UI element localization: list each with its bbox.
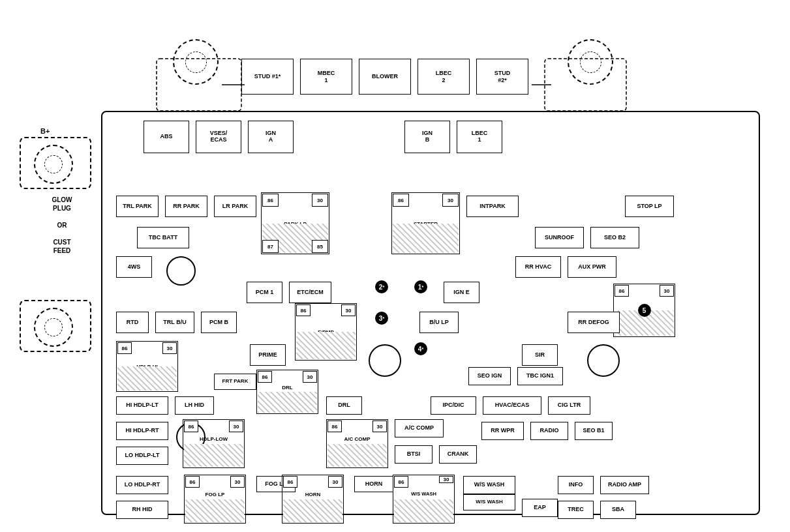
- ws-wash-relay: 86 30 W/S WASH 87 85: [393, 475, 455, 524]
- vses-fuse: VSES/ECAS: [196, 121, 241, 153]
- top-right-connector: [568, 39, 613, 85]
- horn-relay: 86 30 HORN 87 85: [282, 475, 344, 524]
- rh-hid-fuse: RH HID: [116, 501, 168, 519]
- fog-lp-relay: 86 30 FOG LP 87 85: [184, 475, 246, 524]
- ign-e-fuse: IGN E: [444, 282, 479, 303]
- pcm1-fuse: PCM 1: [247, 282, 282, 303]
- hi-hdlp-lt-fuse: HI HDLP-LT: [116, 396, 168, 415]
- ac-comp-relay: 86 30 A/C COMP 87 85: [326, 419, 388, 468]
- radio-amp-fuse: RADIO AMP: [600, 476, 649, 494]
- trl-park-fuse: TRL PARK: [116, 196, 159, 217]
- aux-pwr-fuse: AUX PWR: [568, 256, 616, 278]
- top-left-connector: [173, 39, 219, 85]
- info-fuse: INFO: [558, 476, 594, 494]
- diagram-container: STUD #1* MBEC1 BLOWER LBEC2 STUD#2* B+ G…: [0, 0, 790, 532]
- glow-plug-label: GLOWPLUGORCUSTFEED: [36, 196, 88, 255]
- stop-lp-fuse: STOP LP: [625, 196, 674, 217]
- rr-park-fuse: RR PARK: [165, 196, 207, 217]
- eap-fuse: EAP: [522, 499, 558, 517]
- stud1-box: STUD #1*: [241, 59, 294, 95]
- lbec1-fuse: LBEC1: [457, 121, 502, 153]
- sba-fuse: SBA: [600, 501, 636, 519]
- seo-b1-fuse: SEO B1: [575, 422, 613, 440]
- tbc-batt-fuse: TBC BATT: [137, 227, 189, 248]
- ws-wash-label2: W/S WASH: [463, 494, 515, 510]
- seo-ign-fuse: SEO IGN: [468, 367, 511, 385]
- circle-5-label: 5: [643, 307, 646, 314]
- etc-ecm-fuse: ETC/ECM: [289, 282, 331, 303]
- crank-fuse: CRANK: [439, 445, 477, 464]
- abs-fuse: ABS: [144, 121, 189, 153]
- radio-fuse: RADIO: [530, 422, 568, 440]
- relay-5: 86 30 87 85 5: [613, 284, 675, 337]
- circle-4: 4*: [414, 342, 427, 355]
- horn-label-fuse: HORN: [354, 476, 393, 492]
- drl-label-fuse: DRL: [326, 396, 362, 415]
- pcm-b-fuse: PCM B: [201, 312, 237, 333]
- circle-4ws: [166, 256, 196, 286]
- prime-fuse: PRIME: [250, 344, 286, 366]
- trec-fuse: TREC: [558, 501, 594, 519]
- circle-2: 2*: [375, 280, 388, 293]
- lr-park-fuse: LR PARK: [214, 196, 256, 217]
- ignb-fuse: IGNB: [404, 121, 450, 153]
- ipc-dic-fuse: IPC/DIC: [431, 396, 476, 415]
- stud2-box: STUD#2*: [476, 59, 528, 95]
- drl-relay: 86 30 DRL 87 85: [256, 370, 318, 414]
- lo-hdlp-lt-fuse: LO HDLP-LT: [116, 447, 168, 465]
- bplus-connector: [34, 145, 73, 184]
- hi-hdlp-rt-fuse: HI HDLP-RT: [116, 422, 168, 440]
- trl-bu-fuse: TRL B/U: [155, 312, 194, 333]
- circle-row6-right: [587, 344, 620, 377]
- btsi-fuse: BTSI: [395, 445, 433, 464]
- bplus-label: B+: [40, 127, 50, 135]
- frt-park-fuse: FRT PARK: [214, 374, 256, 390]
- lo-hdlp-rt-fuse: LO HDLP-RT: [116, 476, 168, 494]
- starter-relay: 86 30 STARTER 87 85: [391, 192, 460, 254]
- lbec2-box: LBEC2: [418, 59, 470, 95]
- circle-5-in-relay: 5: [638, 304, 651, 317]
- ac-comp-fuse-label: A/C COMP: [395, 419, 444, 437]
- 4ws-fuse: 4WS: [116, 256, 152, 278]
- lh-hid-fuse: LH HID: [175, 396, 214, 415]
- blower-box: BLOWER: [359, 59, 411, 95]
- rr-defog-fuse: RR DEFOG: [568, 312, 620, 333]
- cust-feed-connector: [34, 308, 73, 347]
- circle-1: 1*: [414, 280, 427, 293]
- igna-fuse: IGNA: [248, 121, 294, 153]
- tbc-ign1-fuse: TBC IGN1: [517, 367, 563, 385]
- cig-ltr-fuse: CIG LTR: [548, 396, 590, 415]
- sir-fuse: SIR: [522, 344, 558, 366]
- sunroof-fuse: SUNROOF: [535, 227, 584, 248]
- rr-wpr-fuse: RR WPR: [481, 422, 524, 440]
- fpmp-relay: 86 30 F/PMP 87 85: [295, 303, 357, 361]
- hdlp-low-relay: 86 30 HDLP-LOW 87 85: [183, 419, 245, 468]
- circle-row6-left: [369, 344, 401, 377]
- circle-3: 3*: [375, 312, 388, 325]
- rtd-fuse: RTD: [116, 312, 149, 333]
- hvac-ecas-fuse: HVAC/ECAS: [483, 396, 541, 415]
- park-lp-relay: 86 30 PARK LP 87 85 86 30 87 85: [261, 192, 329, 254]
- seo-b2-fuse: SEO B2: [590, 227, 639, 248]
- mbec1-box: MBEC1: [300, 59, 352, 95]
- rr-hvac-fuse: RR HVAC: [515, 256, 561, 278]
- intpark-fuse: INTPARK: [466, 196, 519, 217]
- hdlp-hi-relay: 86 30 HDLP-HI 87 85: [116, 341, 178, 392]
- ws-wash-label: W/S WASH: [463, 476, 515, 494]
- bu-lp-fuse: B/U LP: [419, 312, 459, 333]
